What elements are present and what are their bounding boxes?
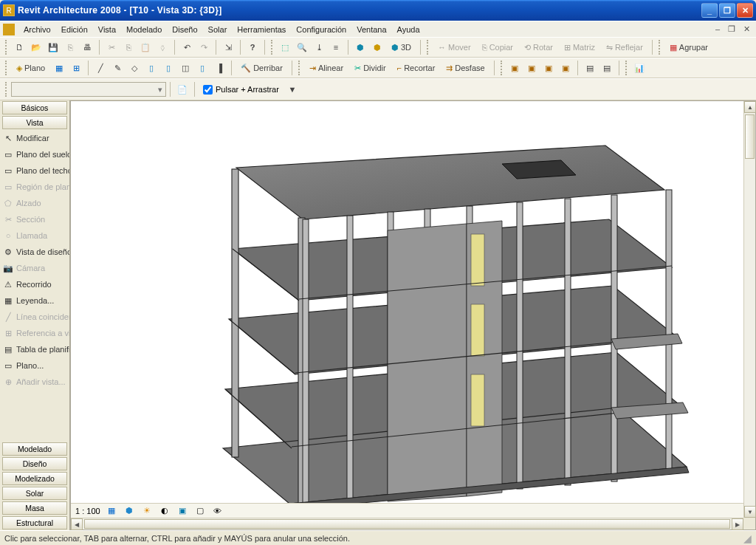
undo-button[interactable]: ↶	[179, 39, 195, 55]
horizontal-scrollbar[interactable]: ◀ ▶	[71, 518, 743, 529]
cut-button[interactable]: ✂	[103, 39, 120, 55]
detail-level-button[interactable]: ▦	[105, 505, 118, 517]
vertical-scrollbar[interactable]: ▲ ▼	[743, 101, 755, 518]
close-button[interactable]: ✕	[737, 3, 753, 18]
menu-ayuda[interactable]: Ayuda	[393, 24, 425, 35]
project-browser-button[interactable]: ▤	[582, 60, 598, 76]
mdi-close[interactable]: ✕	[740, 24, 753, 34]
section-solar[interactable]: Solar	[2, 487, 67, 500]
window-tool-button[interactable]: ▯	[143, 60, 159, 76]
visual-style-button[interactable]: ⬢	[123, 505, 136, 517]
shadows-button[interactable]: ◐	[158, 505, 171, 517]
agrupar-button[interactable]: ▦Agrupar	[664, 39, 713, 55]
worksets-button[interactable]: ▣	[506, 60, 523, 76]
shade-button[interactable]: ⬢	[369, 39, 385, 55]
editreq-button[interactable]: ▣	[557, 60, 574, 76]
scroll-up-button[interactable]: ▲	[744, 101, 756, 113]
dividir-button[interactable]: ✂Dividir	[349, 60, 391, 76]
design-tool-1[interactable]: ▭Plano del suelo...	[0, 146, 69, 162]
line-button[interactable]: ╱	[92, 60, 109, 76]
section-vista[interactable]: Vista	[2, 116, 67, 129]
section-modelizado[interactable]: Modelizado	[2, 472, 67, 485]
print-button[interactable]: 🖶	[79, 39, 95, 55]
crop-visible-button[interactable]: ▢	[193, 505, 207, 517]
section-diseno[interactable]: Diseño	[2, 457, 67, 470]
press-drag-option[interactable]: Pulsar + Arrastrar	[199, 85, 284, 95]
menu-herramientas[interactable]: Herramientas	[233, 24, 290, 35]
door-tool-button[interactable]: ▯	[160, 60, 176, 76]
grip-icon[interactable]	[5, 61, 8, 75]
section-masa[interactable]: Masa	[2, 501, 67, 515]
desfase-button[interactable]: ⇉Desfase	[441, 60, 489, 76]
type-selector[interactable]: ▾	[11, 82, 166, 97]
grip-icon[interactable]	[5, 40, 8, 55]
open-button[interactable]: 📂	[28, 39, 44, 55]
design-tool-13[interactable]: ▤Tabla de planifi	[0, 341, 69, 357]
grid-button[interactable]: ▦	[51, 60, 67, 76]
design-tool-7[interactable]: ⚙Vista de diseño	[0, 244, 69, 260]
zoom-region-button[interactable]: ⬚	[277, 39, 293, 55]
recortar-button[interactable]: ⌐Recortar	[392, 60, 441, 76]
view3d-button[interactable]: ⬢	[352, 39, 368, 55]
element-properties-button[interactable]: 📄	[174, 81, 190, 97]
reflejar-button[interactable]: ⇋Reflejar	[601, 39, 648, 55]
default-3d-button[interactable]: ⬢3D	[386, 39, 416, 55]
scroll-right-button[interactable]: ▶	[732, 518, 743, 530]
copy-button[interactable]: ⎘	[120, 39, 137, 55]
grip-icon[interactable]	[298, 61, 301, 75]
properties-button[interactable]: ▤	[599, 60, 615, 76]
temp-hide-button[interactable]: 👁	[211, 505, 224, 517]
menu-configuracion[interactable]: Configuración	[292, 24, 351, 35]
filter-button[interactable]: ▼	[284, 81, 300, 97]
thin-lines-button[interactable]: ≡	[328, 39, 344, 55]
mdi-restore[interactable]: ❐	[725, 24, 738, 34]
resize-grip-icon[interactable]: ◢	[743, 532, 752, 544]
options-button[interactable]: ⇲	[220, 39, 236, 55]
redo-button[interactable]: ↷	[196, 39, 212, 55]
matriz-button[interactable]: ⊞Matriz	[559, 39, 600, 55]
grip-icon[interactable]	[501, 61, 504, 75]
match-button[interactable]: ⎀	[154, 39, 171, 55]
sync-button[interactable]: ▣	[523, 60, 540, 76]
drawing-canvas[interactable]	[71, 101, 755, 529]
grip-icon[interactable]	[427, 40, 430, 55]
help-button[interactable]: ?	[244, 39, 261, 55]
component-button[interactable]: ◫	[177, 60, 193, 76]
derribar-button[interactable]: 🔨Derribar	[236, 60, 288, 76]
grip-icon[interactable]	[659, 40, 662, 55]
pen-button[interactable]: ✎	[109, 60, 126, 76]
zoom-dynamic-button[interactable]: 🔍	[294, 39, 310, 55]
vscroll-thumb[interactable]	[745, 114, 755, 159]
section-modelado[interactable]: Modelado	[2, 442, 67, 456]
zoom-fit-button[interactable]: ⤓	[311, 39, 327, 55]
grip-icon[interactable]	[271, 40, 274, 55]
copiar-button[interactable]: ⎘Copiar	[477, 39, 518, 55]
ref-button[interactable]: ⊞	[68, 60, 84, 76]
menu-modelado[interactable]: Modelado	[122, 24, 166, 35]
scroll-down-button[interactable]: ▼	[744, 506, 756, 518]
tag-button[interactable]: ◇	[126, 60, 142, 76]
reload-button[interactable]: ▣	[540, 60, 557, 76]
save-button[interactable]: 💾	[45, 39, 61, 55]
chart-button[interactable]: 📊	[631, 60, 647, 76]
column-button[interactable]: ▯	[194, 60, 210, 76]
design-tool-10[interactable]: ▦Leyenda...	[0, 292, 69, 309]
design-tool-2[interactable]: ▭Plano del techo	[0, 162, 69, 179]
scroll-left-button[interactable]: ◀	[71, 518, 83, 530]
alinear-button[interactable]: ⇥Alinear	[304, 60, 348, 76]
design-tool-0[interactable]: ↖Modificar	[0, 130, 69, 146]
rotar-button[interactable]: ⟲Rotar	[519, 39, 558, 55]
sun-path-button[interactable]: ☀	[140, 505, 154, 517]
new-button[interactable]: 🗋	[11, 39, 27, 55]
scale-value[interactable]: 1 : 100	[75, 507, 100, 515]
plano-button[interactable]: ◈Plano	[11, 60, 50, 76]
press-drag-checkbox[interactable]	[203, 85, 213, 95]
maximize-button[interactable]: ❐	[719, 3, 735, 18]
paste-button[interactable]: 📋	[137, 39, 154, 55]
save-all-button[interactable]: ⎘	[62, 39, 78, 55]
menu-vista[interactable]: Vista	[94, 24, 120, 35]
menu-ventana[interactable]: Ventana	[352, 24, 391, 35]
menu-archivo[interactable]: Archivo	[19, 24, 55, 35]
section-basicos[interactable]: Básicos	[2, 101, 67, 114]
wall-button[interactable]: ▐	[211, 60, 227, 76]
